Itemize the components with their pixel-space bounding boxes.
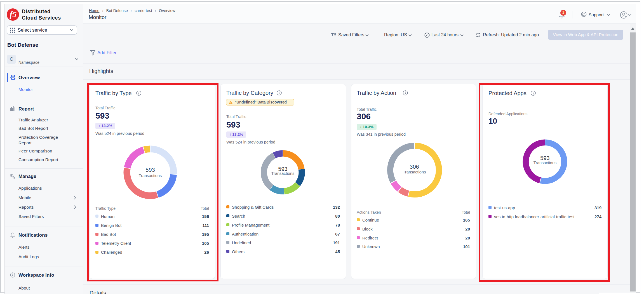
svg-text:f5: f5 [10, 10, 17, 19]
